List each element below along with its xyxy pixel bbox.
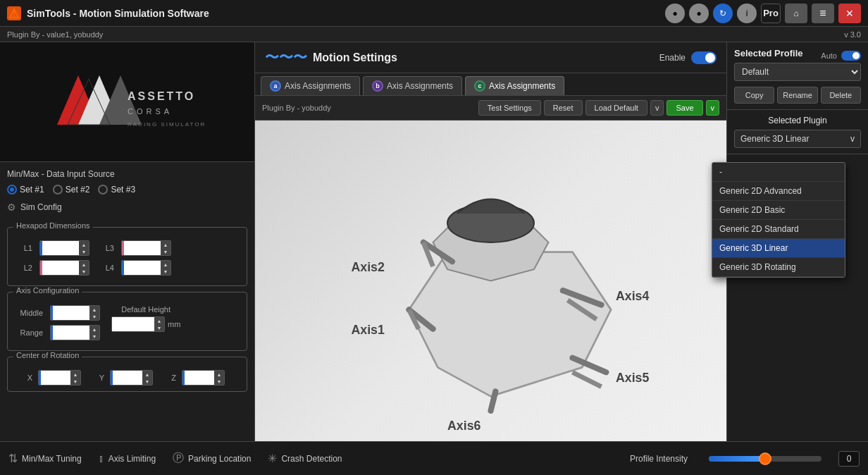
l4-spin-buttons: ▲ ▼: [161, 261, 170, 275]
svg-text:Axis5: Axis5: [616, 371, 649, 385]
middle-spinbox: 1000.0 ▲ ▼: [50, 305, 100, 321]
load-default-dropdown[interactable]: v: [650, 100, 664, 116]
plugin-dropdown-header[interactable]: Generic 3D Linear v: [735, 130, 860, 147]
l2-decrement[interactable]: ▼: [79, 268, 89, 275]
delete-button[interactable]: Delete: [821, 87, 861, 104]
l3-input[interactable]: 150.0: [122, 241, 161, 255]
x-decrement[interactable]: ▼: [70, 378, 80, 385]
middle-input[interactable]: 1000.0: [51, 306, 89, 320]
data-source-radio-group: Set #1 Set #2 Set #3: [7, 185, 247, 195]
l2-increment[interactable]: ▲: [79, 261, 89, 268]
plugin-options-dropdown: - Generic 2D Advanced Generic 2D Basic G…: [712, 162, 845, 278]
range-decrement[interactable]: ▼: [89, 333, 99, 340]
svg-text:Axis6: Axis6: [447, 419, 480, 433]
intensity-thumb: [759, 452, 771, 465]
l3-decrement[interactable]: ▼: [161, 248, 170, 255]
info-button[interactable]: i: [737, 4, 757, 23]
close-button[interactable]: ✕: [838, 4, 861, 23]
parking-location-button[interactable]: Ⓟ Parking Location: [173, 451, 251, 466]
l3-spin-buttons: ▲ ▼: [161, 241, 170, 255]
sim-config-button[interactable]: ⚙ Sim Config: [7, 202, 247, 213]
z-input[interactable]: 0.0: [182, 371, 214, 385]
range-spin-buttons: ▲ ▼: [89, 326, 99, 340]
y-input[interactable]: 0.0: [111, 371, 142, 385]
load-default-button[interactable]: Load Default: [585, 100, 647, 116]
intensity-value: 0: [838, 451, 860, 467]
plugin-option-3d-rotating[interactable]: Generic 3D Rotating: [712, 258, 845, 277]
range-input[interactable]: 200.0: [51, 326, 89, 340]
minmax-tuning-button[interactable]: ⇅ Min/Max Tuning: [8, 452, 82, 465]
enable-toggle[interactable]: [691, 51, 717, 64]
refresh-button[interactable]: ↻: [713, 4, 733, 23]
plugin-option-3d-linear[interactable]: Generic 3D Linear: [712, 239, 845, 258]
x-spinbox: 0.0 ▲ ▼: [38, 370, 81, 385]
l4-decrement[interactable]: ▼: [161, 268, 170, 275]
z-increment[interactable]: ▲: [214, 371, 224, 378]
save-button[interactable]: Save: [666, 100, 702, 116]
auto-toggle[interactable]: [841, 51, 861, 61]
height-increment[interactable]: ▲: [154, 317, 164, 324]
titlebar: SimTools - Motion Simulation Software ● …: [0, 0, 868, 27]
l1-decrement[interactable]: ▼: [79, 248, 89, 255]
crash-detection-button[interactable]: ✳ Crash Detection: [268, 452, 342, 465]
enable-row: Enable: [659, 51, 717, 64]
center-rotation-legend: Center of Rotation: [13, 351, 82, 359]
y-spinbox: 0.0 ▲ ▼: [110, 370, 153, 385]
intensity-fill: [709, 456, 765, 462]
window-controls: ● ● ↻ i Pro ⌂ ≡ ✕: [665, 4, 861, 23]
x-increment[interactable]: ▲: [70, 371, 80, 378]
plugin-row: Plugin By - yobuddy Test Settings Reset …: [255, 96, 726, 121]
center-panel: 〜〜〜 Motion Settings Enable a Axis Assign…: [255, 42, 727, 441]
tab-b-circle: b: [372, 80, 383, 92]
l4-input[interactable]: 1100.0: [122, 261, 161, 275]
save-dropdown[interactable]: v: [706, 100, 720, 116]
tab-a[interactable]: a Axis Assignments: [261, 76, 360, 95]
menu-button[interactable]: ≡: [812, 4, 834, 23]
copy-button[interactable]: Copy: [734, 87, 774, 104]
svg-line-19: [573, 372, 602, 386]
range-increment[interactable]: ▲: [89, 326, 99, 333]
height-decrement[interactable]: ▼: [154, 324, 164, 331]
home-button[interactable]: ⌂: [785, 4, 807, 23]
set3-radio[interactable]: Set #3: [98, 185, 135, 195]
l1-increment[interactable]: ▲: [79, 241, 89, 248]
y-decrement[interactable]: ▼: [142, 378, 152, 385]
z-decrement[interactable]: ▼: [214, 378, 224, 385]
default-height-input[interactable]: 836.2mm: [112, 317, 154, 331]
l1-input[interactable]: 1100.0: [40, 241, 79, 255]
set3-dot: [98, 185, 108, 195]
set2-radio[interactable]: Set #2: [53, 185, 90, 195]
set1-dot: [7, 185, 17, 195]
tab-b[interactable]: b Axis Assignments: [363, 76, 462, 95]
l2-label: L2: [15, 264, 32, 272]
axis-limiting-button[interactable]: ⫾ Axis Limiting: [99, 452, 156, 465]
plugin-option-2d-adv[interactable]: Generic 2D Advanced: [712, 182, 845, 201]
x-input[interactable]: 0.0: [39, 371, 70, 385]
plugin-option-2d-basic[interactable]: Generic 2D Basic: [712, 201, 845, 220]
controls-area: Min/Max - Data Input Source Set #1 Set #…: [0, 162, 254, 220]
tab-c[interactable]: c Axis Assignments: [465, 76, 564, 95]
reset-button[interactable]: Reset: [544, 100, 583, 116]
z-spin-buttons: ▲ ▼: [214, 371, 224, 385]
rename-button[interactable]: Rename: [777, 87, 817, 104]
bottom-bar: ⇅ Min/Max Tuning ⫾ Axis Limiting Ⓟ Parki…: [0, 441, 868, 475]
set1-radio[interactable]: Set #1: [7, 185, 44, 195]
y-increment[interactable]: ▲: [142, 371, 152, 378]
axis-limiting-icon: ⫾: [99, 452, 104, 465]
hexapod-svg: Axis1 Axis2 Axis4 Axis5 Axis6: [255, 121, 726, 441]
middle-decrement[interactable]: ▼: [89, 313, 99, 320]
profile-select[interactable]: Default: [734, 63, 861, 81]
l2-input[interactable]: 150.0: [40, 261, 79, 275]
middle-increment[interactable]: ▲: [89, 306, 99, 313]
restore-button[interactable]: ●: [689, 4, 709, 23]
plugin-option-2d-std[interactable]: Generic 2D Standard: [712, 220, 845, 239]
l3-increment[interactable]: ▲: [161, 241, 170, 248]
l2-l4-row: L2 150.0 ▲ ▼ L4 1100.0 ▲: [15, 260, 240, 276]
l4-increment[interactable]: ▲: [161, 261, 170, 268]
test-settings-button[interactable]: Test Settings: [478, 100, 541, 116]
profile-buttons: Copy Rename Delete: [734, 87, 861, 104]
minimize-button[interactable]: ●: [665, 4, 685, 23]
plugin-option-separator[interactable]: -: [712, 163, 845, 182]
intensity-slider[interactable]: [709, 456, 822, 462]
pro-button[interactable]: Pro: [761, 4, 781, 23]
